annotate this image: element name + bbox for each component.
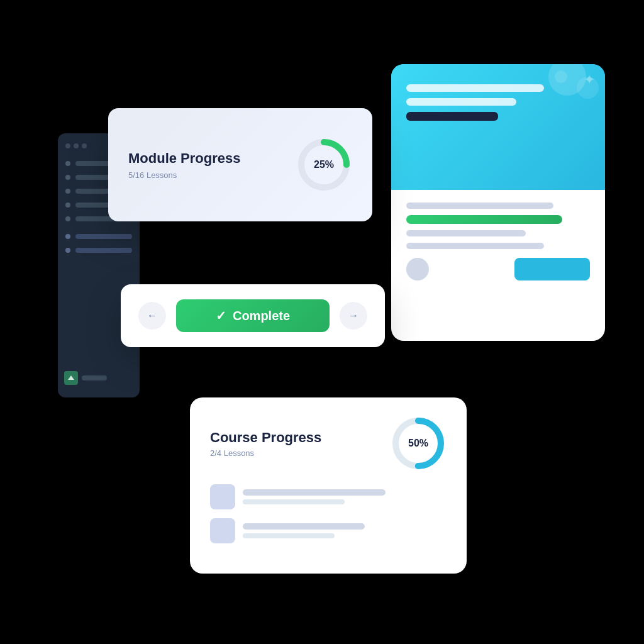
lesson-subtitle-line [243,499,345,504]
next-arrow-icon: → [348,310,358,321]
sidebar-bullet [65,189,70,194]
sidebar-bullet [65,175,70,180]
dot-1 [65,143,70,148]
sidebar-bullet [65,248,70,253]
action-button-placeholder[interactable] [514,258,590,280]
module-card-text: Module Progress 5/16 Lessons [128,150,240,180]
dark-highlight-line [406,112,498,121]
lesson-info [243,489,447,504]
dot-2 [74,143,79,148]
sidebar-logo [64,371,107,385]
content-line [406,243,544,249]
scene: ✦ ✦ Module Progress 5/16 Lessons [39,45,605,599]
lesson-subtitle-line [243,533,335,538]
logo-text [82,375,107,380]
course-card-text: Course Progress 2/4 Lessons [210,430,321,458]
star-deco: ✦ [584,72,595,88]
sidebar-item[interactable] [65,234,132,239]
course-lessons-count: 2/4 Lessons [210,448,321,458]
course-lesson-list [210,484,447,543]
logo-icon [64,371,78,385]
avatar-placeholder [406,258,429,280]
complete-lesson-button[interactable]: ✓ Complete [176,299,330,332]
sidebar-bullet [65,234,70,239]
content-line [406,84,544,92]
blue-card-content [391,190,605,293]
module-progress-donut: 25% [296,136,352,193]
sidebar-bullet [65,161,70,166]
blue-bottom-row [406,258,590,280]
next-lesson-button[interactable]: → [340,302,367,330]
course-progress-card: Course Progress 2/4 Lessons 50% [190,397,467,574]
course-lesson-item[interactable] [210,484,447,509]
module-lessons-count: 5/16 Lessons [128,170,240,180]
course-progress-title: Course Progress [210,430,321,446]
module-progress-percent: 25% [314,159,334,170]
sidebar-item-label [75,248,132,253]
checkmark-icon: ✓ [216,308,226,323]
lesson-title-line [243,489,386,496]
module-progress-card: Module Progress 5/16 Lessons 25% [108,108,372,221]
sidebar-bullet [65,203,70,208]
content-line [406,203,553,209]
prev-arrow-icon: ← [147,310,157,321]
blue-content-card: ✦ ✦ [391,64,605,341]
sidebar-item-label [75,234,132,239]
prev-lesson-button[interactable]: ← [138,302,166,330]
blue-card-header: ✦ ✦ [391,64,605,190]
progress-bar [406,215,562,224]
complete-label: Complete [233,309,290,323]
star-deco: ✦ [404,96,412,108]
lesson-thumbnail [210,484,235,509]
course-progress-donut: 50% [390,415,447,472]
dot-3 [82,143,87,148]
sidebar-bullet [65,216,70,221]
content-line [406,230,526,236]
sidebar-item[interactable] [65,248,132,253]
course-lesson-item[interactable] [210,518,447,543]
deco-bubble [555,70,567,83]
content-line [406,98,516,106]
lesson-info [243,523,447,538]
lesson-title-line [243,523,365,530]
course-card-header: Course Progress 2/4 Lessons 50% [210,415,447,472]
course-progress-percent: 50% [408,438,428,449]
lesson-navigation-card: ← ✓ Complete → [121,284,385,347]
lesson-thumbnail [210,518,235,543]
module-progress-title: Module Progress [128,150,240,167]
